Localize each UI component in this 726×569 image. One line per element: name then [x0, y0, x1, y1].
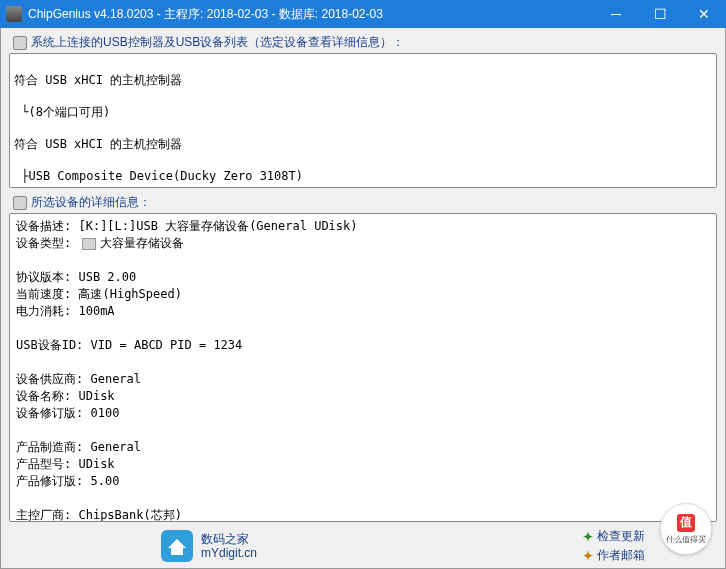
footer-links: ✦检查更新 ✦作者邮箱	[583, 528, 645, 564]
device-list-label: 系统上连接的USB控制器及USB设备列表（选定设备查看详细信息）：	[31, 34, 404, 51]
window-controls: ─ ☐ ✕	[594, 0, 726, 28]
brand-domain: mYdigit.cn	[201, 546, 257, 560]
client-area: 系统上连接的USB控制器及USB设备列表（选定设备查看详细信息）： 符合 USB…	[0, 28, 726, 569]
watermark-text: 什么值得买	[666, 534, 706, 545]
down-arrow-icon: ✦	[583, 549, 593, 563]
device-list-header: 系统上连接的USB控制器及USB设备列表（选定设备查看详细信息）：	[9, 34, 717, 51]
title-bar: ChipGenius v4.18.0203 - 主程序: 2018-02-03 …	[0, 0, 726, 28]
field-label: 设备修订版:	[16, 406, 90, 420]
drive-icon	[13, 36, 27, 50]
field-label: 设备名称:	[16, 389, 78, 403]
field-value: 5.00	[90, 474, 119, 488]
field-label: 设备供应商:	[16, 372, 90, 386]
close-button[interactable]: ✕	[682, 0, 726, 28]
field-value: ChipsBank(芯邦)	[78, 508, 181, 522]
field-value: General	[90, 440, 141, 454]
watermark-badge: 值 什么值得买	[660, 503, 712, 555]
tree-item[interactable]: 符合 USB xHCI 的主机控制器	[14, 72, 712, 88]
field-value: General	[90, 372, 141, 386]
field-label: 设备类型:	[16, 235, 78, 252]
field-label: 电力消耗:	[16, 304, 78, 318]
brand-name: 数码之家	[201, 532, 257, 546]
device-tree: 符合 USB xHCI 的主机控制器 └(8个端口可用) 符合 USB xHCI…	[10, 54, 716, 188]
author-mail-link[interactable]: ✦作者邮箱	[583, 547, 645, 564]
field-value: 大容量存储设备	[100, 235, 184, 252]
field-label: 产品修订版:	[16, 474, 90, 488]
drive-icon	[13, 196, 27, 210]
up-arrow-icon: ✦	[583, 530, 593, 544]
author-mail-label: 作者邮箱	[597, 547, 645, 564]
field-label: 协议版本:	[16, 270, 78, 284]
field-value: 高速(HighSpeed)	[78, 287, 181, 301]
details-panel[interactable]: 设备描述: [K:][L:]USB 大容量存储设备(General UDisk)…	[9, 213, 717, 522]
minimize-button[interactable]: ─	[594, 0, 638, 28]
field-value: VID = ABCD PID = 1234	[91, 338, 243, 352]
field-label: USB设备ID:	[16, 338, 91, 352]
field-value: 0100	[90, 406, 119, 420]
field-value: UDisk	[78, 457, 114, 471]
tree-item[interactable]: └(8个端口可用)	[14, 104, 712, 120]
field-label: 设备描述:	[16, 219, 78, 233]
maximize-button[interactable]: ☐	[638, 0, 682, 28]
window-title: ChipGenius v4.18.0203 - 主程序: 2018-02-03 …	[28, 6, 594, 23]
check-update-link[interactable]: ✦检查更新	[583, 528, 645, 545]
footer-bar: 数码之家 mYdigit.cn ✦检查更新 ✦作者邮箱	[9, 526, 717, 566]
tree-item[interactable]: 符合 USB xHCI 的主机控制器	[14, 136, 712, 152]
home-icon	[161, 530, 193, 562]
device-type-icon	[82, 238, 96, 250]
brand-text: 数码之家 mYdigit.cn	[201, 532, 257, 560]
field-value: [K:][L:]USB 大容量存储设备(General UDisk)	[78, 219, 357, 233]
tree-item[interactable]: ├USB Composite Device(Ducky Zero 3108T)	[14, 168, 712, 184]
field-label: 产品型号:	[16, 457, 78, 471]
check-update-label: 检查更新	[597, 528, 645, 545]
brand-area[interactable]: 数码之家 mYdigit.cn	[161, 530, 257, 562]
field-label: 当前速度:	[16, 287, 78, 301]
details-text: 设备描述: [K:][L:]USB 大容量存储设备(General UDisk)…	[10, 214, 716, 522]
details-label: 所选设备的详细信息：	[31, 194, 151, 211]
watermark-icon: 值	[677, 514, 695, 532]
field-label: 主控厂商:	[16, 508, 78, 522]
field-value: USB 2.00	[78, 270, 136, 284]
details-header: 所选设备的详细信息：	[9, 194, 717, 211]
app-icon	[6, 6, 22, 22]
field-label: 产品制造商:	[16, 440, 90, 454]
field-value: UDisk	[78, 389, 114, 403]
field-value: 100mA	[78, 304, 114, 318]
device-tree-panel[interactable]: 符合 USB xHCI 的主机控制器 └(8个端口可用) 符合 USB xHCI…	[9, 53, 717, 188]
